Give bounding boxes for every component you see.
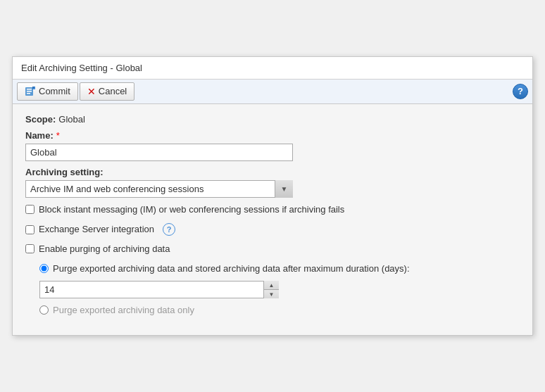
exchange-integration-row: Exchange Server integration ? bbox=[25, 223, 520, 236]
purge-all-radio[interactable] bbox=[39, 264, 49, 273]
enable-purging-label: Enable purging of archiving data bbox=[39, 243, 170, 255]
svg-rect-3 bbox=[27, 93, 30, 94]
enable-purging-checkbox[interactable] bbox=[25, 244, 35, 253]
purge-section: Purge exported archiving data and stored… bbox=[39, 263, 520, 317]
block-im-row: Block instant messaging (IM) or web conf… bbox=[25, 203, 520, 216]
exchange-integration-checkbox[interactable] bbox=[25, 225, 35, 234]
spin-up-button[interactable]: ▲ bbox=[264, 281, 279, 290]
enable-purging-row: Enable purging of archiving data bbox=[25, 243, 520, 255]
commit-icon bbox=[25, 86, 36, 97]
cancel-icon: ✕ bbox=[87, 86, 96, 97]
name-required: * bbox=[56, 130, 60, 141]
spin-buttons: ▲ ▼ bbox=[263, 281, 279, 298]
archiving-setting-label: Archiving setting: bbox=[25, 167, 520, 177]
purge-exported-only-row: Purge exported archiving data only bbox=[39, 304, 520, 317]
exchange-help-icon[interactable]: ? bbox=[163, 223, 175, 236]
purge-exported-only-label: Purge exported archiving data only bbox=[53, 304, 194, 317]
purge-all-radio-row: Purge exported archiving data and stored… bbox=[39, 263, 520, 275]
toolbar: Commit ✕ Cancel ? bbox=[13, 80, 532, 104]
name-label: Name: bbox=[25, 130, 54, 141]
name-input[interactable] bbox=[25, 144, 293, 161]
commit-label: Commit bbox=[39, 86, 70, 96]
purge-all-label: Purge exported archiving data and stored… bbox=[53, 263, 410, 275]
form-content: Scope: Global Name: * Archiving setting:… bbox=[13, 104, 532, 336]
archiving-setting-row: Archiving setting: Archive IM and web co… bbox=[25, 167, 520, 198]
block-im-label: Block instant messaging (IM) or web conf… bbox=[39, 203, 344, 216]
help-icon: ? bbox=[518, 86, 523, 96]
edit-archiving-dialog: Edit Archiving Setting - Global Commit ✕… bbox=[12, 56, 533, 336]
svg-rect-1 bbox=[27, 89, 32, 90]
cancel-label: Cancel bbox=[99, 86, 127, 96]
purge-days-input[interactable] bbox=[39, 281, 279, 298]
spin-down-button[interactable]: ▼ bbox=[264, 290, 279, 298]
purge-exported-only-radio[interactable] bbox=[39, 305, 49, 315]
help-button[interactable]: ? bbox=[513, 84, 528, 99]
name-row: Name: * bbox=[25, 130, 520, 161]
archiving-setting-wrapper: Archive IM and web conferencing sessions… bbox=[25, 180, 293, 198]
archiving-setting-select[interactable]: Archive IM and web conferencing sessions… bbox=[25, 180, 293, 198]
commit-button[interactable]: Commit bbox=[17, 82, 78, 101]
scope-label: Scope: bbox=[25, 114, 56, 125]
dialog-title: Edit Archiving Setting - Global bbox=[13, 57, 532, 80]
cancel-button[interactable]: ✕ Cancel bbox=[80, 82, 134, 101]
block-im-checkbox[interactable] bbox=[25, 205, 35, 214]
purge-days-wrapper: ▲ ▼ bbox=[39, 281, 279, 298]
exchange-integration-label: Exchange Server integration bbox=[39, 223, 154, 236]
scope-value: Global bbox=[58, 114, 85, 125]
scope-row: Scope: Global bbox=[25, 114, 520, 125]
svg-rect-2 bbox=[27, 91, 32, 92]
